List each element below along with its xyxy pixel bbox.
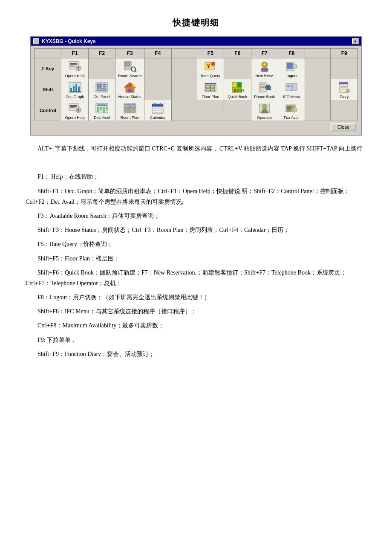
ctrl-f3-label: Room Plan xyxy=(117,116,142,120)
quickkeys-window: KYXSBG - Quick Keys × F1 F2 F3 F4 F5 F6 … xyxy=(30,36,362,136)
svg-rect-52 xyxy=(286,83,292,91)
window-body: F1 F2 F3 F4 F5 F6 F7 F8 F9 F Key xyxy=(31,46,361,135)
f1-item: F1： Help；在线帮助； xyxy=(26,171,366,182)
ctrl-f5-cell xyxy=(197,100,224,121)
rate-query-icon: ¥ $ xyxy=(203,60,218,73)
phone-book-icon: 📞 xyxy=(257,81,272,94)
opera-help-icon: ? xyxy=(67,60,83,73)
shiftf9-item: Shift+F9：Function Diary；宴会、活动预订； xyxy=(26,349,366,359)
fkey-f3-cell[interactable]: Room Search xyxy=(115,58,144,79)
col-header-f3: F3 xyxy=(115,49,144,58)
shift-f3-cell[interactable]: House Status xyxy=(115,79,144,100)
fkey-f1-cell[interactable]: ? Opera Help xyxy=(61,58,88,79)
svg-rect-15 xyxy=(261,68,268,72)
shiftf8-item: Shift+F8：IFC Menu；与其它系统连接的程序（接口程序）； xyxy=(26,306,366,317)
window-close-button[interactable]: × xyxy=(352,38,359,44)
svg-rect-75 xyxy=(106,107,108,110)
col-header-f2: F2 xyxy=(88,49,115,58)
ctrl-f1-cell[interactable]: ? Opera Help xyxy=(61,100,88,121)
fkey-f7-label: New Resv. xyxy=(253,74,276,78)
room-search-icon xyxy=(122,60,138,73)
fkey-row-label: F Key xyxy=(35,58,61,79)
col-header-f9: F9 xyxy=(331,49,358,58)
fkey-f8-label: Logout xyxy=(280,74,303,78)
svg-rect-58 xyxy=(339,82,348,84)
shift-f4-cell xyxy=(144,79,171,100)
shift-f7-label: Phone Book xyxy=(253,95,276,99)
fkey-f4-cell xyxy=(144,58,171,79)
fkey-f2-cell xyxy=(88,58,115,79)
fkey-f2-icon xyxy=(94,62,110,75)
shift-f6-cell[interactable]: BOOK Quick Book xyxy=(224,79,251,100)
shift-f1-label: Occ Graph xyxy=(63,95,86,99)
ctrl-f8-label: Fax Avail xyxy=(280,116,303,120)
close-button[interactable]: Close xyxy=(331,123,356,131)
fkey-f5-cell[interactable]: ¥ $ Rate Query xyxy=(197,58,224,79)
svg-rect-93 xyxy=(262,109,267,110)
fkey-f3-label: Room Search xyxy=(117,74,142,78)
page-title: 快捷键明细 xyxy=(26,17,366,29)
room-plan-icon xyxy=(122,102,138,115)
ctrl-f7-cell[interactable]: Operator xyxy=(251,100,278,121)
shift-f5-label: Floor Plan xyxy=(199,95,222,99)
shift-f2-cell[interactable]: Ctrl Panel xyxy=(88,79,115,100)
fkey-f8-cell[interactable]: →| Logout xyxy=(278,58,305,79)
svg-rect-53 xyxy=(293,83,297,91)
svg-rect-24 xyxy=(75,84,77,92)
shiftf5-item: Shift+F5：Floor Plan；楼层图； xyxy=(26,253,366,264)
ctrl-f8-cell[interactable]: ✓ Fax Avail xyxy=(278,100,305,121)
shift-f7-cell[interactable]: 📞 Phone Book xyxy=(251,79,278,100)
ctrl-f4-cell[interactable]: Calendar xyxy=(144,100,171,121)
svg-rect-74 xyxy=(103,107,105,113)
window-title: KYXSBG - Quick Keys xyxy=(42,38,96,44)
svg-point-35 xyxy=(132,84,135,87)
shift-f8-cell[interactable]: IFC Menu xyxy=(278,79,305,100)
quick-book-icon: BOOK xyxy=(230,81,245,94)
svg-rect-90 xyxy=(160,103,161,105)
control-row-label: Control xyxy=(35,100,61,121)
svg-text:¥: ¥ xyxy=(207,63,210,69)
fkey-f1-label: Opera Help xyxy=(63,74,86,78)
det-avail-icon xyxy=(94,102,110,115)
control-row: Control ? xyxy=(35,100,358,121)
alt-note: ALT+_字幕下划线，可打开相应功能的窗口 CTRC+C 复制所选内容， CTR… xyxy=(26,143,366,154)
shift-f1-cell[interactable]: Occ Graph xyxy=(61,79,88,100)
fkey-row: F Key ? O xyxy=(35,58,358,79)
f9-item: F9: 下拉菜单． xyxy=(26,335,366,345)
svg-rect-25 xyxy=(78,87,80,92)
floor-plan-icon xyxy=(203,81,218,94)
ctrl-f2-cell[interactable]: Det. Avail xyxy=(88,100,115,121)
svg-text:BOOK: BOOK xyxy=(234,88,244,92)
shift-f6-label: Quick Book xyxy=(226,95,249,99)
svg-rect-28 xyxy=(97,84,101,87)
col-header-f5: F5 xyxy=(197,49,224,58)
shift-f9-cell[interactable]: ✓ Diary xyxy=(331,79,358,100)
occ-graph-icon xyxy=(67,81,83,94)
svg-rect-78 xyxy=(131,104,135,108)
calendar-icon xyxy=(150,102,165,115)
svg-rect-22 xyxy=(70,88,72,92)
svg-text:→|: →| xyxy=(288,64,294,69)
fkey-f6-cell xyxy=(224,58,251,79)
ctrl-f6-icon xyxy=(230,104,245,117)
window-app-icon xyxy=(33,38,39,44)
fkey-f7-cell[interactable]: New Resv. xyxy=(251,58,278,79)
shift-f5-cell[interactable]: Floor Plan xyxy=(197,79,224,100)
shift-f4-icon xyxy=(150,83,165,96)
col-header-f8: F8 xyxy=(278,49,305,58)
svg-rect-31 xyxy=(97,89,106,91)
svg-text:✓: ✓ xyxy=(294,109,296,112)
svg-point-8 xyxy=(131,67,135,71)
ctrl-f7-label: Operator xyxy=(253,116,276,120)
ctrl-opera-help-icon: ? xyxy=(67,102,83,115)
shift-f2-label: Ctrl Panel xyxy=(90,95,113,99)
ctrl-f9-cell xyxy=(331,100,358,121)
svg-rect-89 xyxy=(154,103,156,105)
svg-rect-29 xyxy=(103,84,106,85)
svg-rect-23 xyxy=(73,86,75,92)
ifc-menu-icon xyxy=(284,81,299,94)
svg-rect-30 xyxy=(103,86,106,87)
fax-avail-icon: ✓ xyxy=(284,102,299,115)
ctrl-f3-cell[interactable]: Room Plan xyxy=(115,100,144,121)
col-header-f4: F4 xyxy=(144,49,171,58)
